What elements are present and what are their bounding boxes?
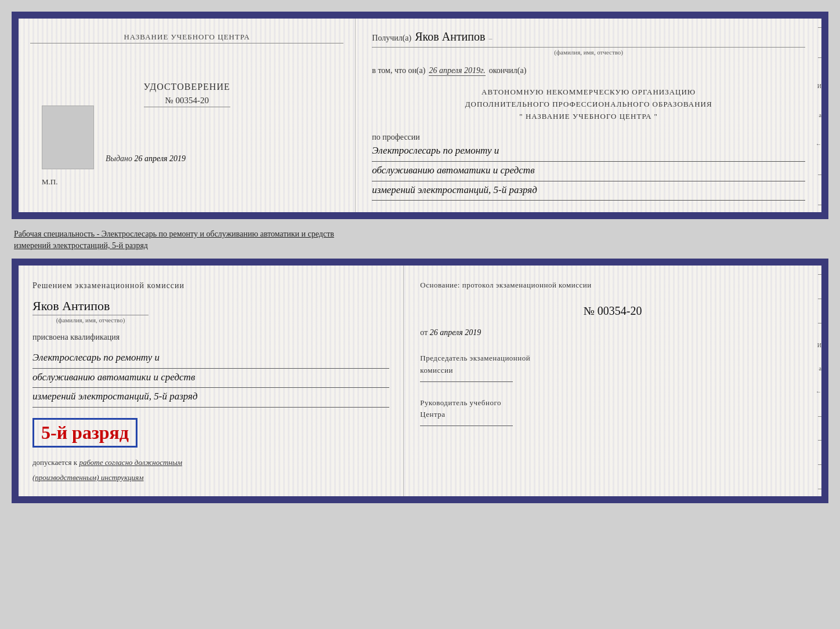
vtom-label: в том, что он(а)	[372, 66, 425, 75]
centr-label: Центра	[420, 409, 805, 421]
vtom-field: в том, что он(а) 26 апреля 2019г. окончи…	[372, 66, 805, 76]
rukovoditel-block: Руководитель учебного Центра	[420, 397, 805, 427]
protocol-date-line: от 26 апреля 2019	[420, 328, 805, 337]
okonchil-label: окончил(а)	[489, 66, 527, 75]
protocol-num: № 00354-20	[420, 304, 805, 318]
rank-bold: 5-й разряд	[32, 418, 137, 448]
qual-block: Электрослесарь по ремонту и обслуживанию…	[32, 349, 389, 408]
rukovoditel-label: Руководитель учебного	[420, 397, 805, 409]
profession-line2: обслуживанию автоматики и средств	[372, 162, 805, 181]
komissia-title: Решением экзаменационной комиссии	[32, 279, 389, 292]
bottom-left-panel: Решением экзаменационной комиссии Яков А…	[19, 266, 404, 496]
poluchil-field: Получил(а) Яков Антипов –	[372, 30, 805, 43]
udostoverenie-title: УДОСТОВЕРЕНИЕ	[144, 82, 230, 92]
separator-text1: Рабочая специальность - Электрослесарь п…	[14, 227, 826, 239]
vydano-date: 26 апреля 2019	[135, 154, 186, 163]
po-professii-label: по профессии	[372, 133, 805, 142]
dopuskaetsya-block: допускается к работе согласно должностны…	[32, 458, 389, 467]
predsedatel-label: Председатель экзаменационной	[420, 352, 805, 365]
org-quote: " НАЗВАНИЕ УЧЕБНОГО ЦЕНТРА "	[372, 111, 805, 123]
qual-line1: Электрослесарь по ремонту и	[32, 349, 389, 369]
dopuskaetsya-text2: (производственным) инструкциям	[32, 473, 389, 482]
top-diploma-card: НАЗВАНИЕ УЧЕБНОГО ЦЕНТРА УДОСТОВЕРЕНИЕ №…	[12, 12, 828, 219]
komissia-label: комиссии	[420, 365, 805, 377]
qual-line3: измерений электростанций, 5-й разряд	[32, 388, 389, 408]
profession-line1: Электрослесарь по ремонту и	[372, 142, 805, 162]
top-center-name: НАЗВАНИЕ УЧЕБНОГО ЦЕНТРА	[30, 32, 343, 43]
profession-line3: измерений электростанций, 5-й разряд	[372, 181, 805, 201]
qual-line2: обслуживанию автоматики и средств	[32, 369, 389, 388]
photo-placeholder	[42, 106, 94, 169]
ot-label: от	[420, 328, 428, 337]
separator-block: Рабочая специальность - Электрослесарь п…	[12, 226, 828, 252]
profession-block: по профессии Электрослесарь по ремонту и…	[372, 133, 805, 201]
mp-label: М.П.	[42, 177, 57, 187]
right-edge-decoration: – – И а ← – –	[811, 19, 821, 212]
prisvoena-label: присвоена квалификация	[32, 333, 389, 342]
org-line1: АВТОНОМНУЮ НЕКОММЕРЧЕСКУЮ ОРГАНИЗАЦИЮ	[372, 86, 805, 99]
udostoverenie-number: № 00354-20	[144, 96, 230, 107]
recipient-name-bottom: Яков Антипов	[32, 299, 389, 314]
ito-text: И	[811, 83, 821, 89]
vydano-label: Выдано	[106, 154, 132, 163]
predsedatel-sign-line	[420, 381, 513, 382]
recipient-name-top: Яков Антипов	[415, 30, 485, 43]
osnovanie-label: Основание: протокол экзаменационной коми…	[420, 279, 805, 292]
fio-label-bottom: (фамилия, имя, отчество)	[32, 315, 149, 323]
separator-text2: измерений электростанций, 5-й разряд	[14, 239, 826, 250]
bottom-right-panel: Основание: протокол экзаменационной коми…	[404, 266, 821, 496]
top-left-panel: НАЗВАНИЕ УЧЕБНОГО ЦЕНТРА УДОСТОВЕРЕНИЕ №…	[19, 19, 356, 212]
rukovoditel-sign-line	[420, 426, 513, 426]
date-text-top: 26 апреля 2019г.	[429, 66, 485, 76]
dopuskaetsya-text: работе согласно должностным	[79, 458, 182, 467]
org-line2: ДОПОЛНИТЕЛЬНОГО ПРОФЕССИОНАЛЬНОГО ОБРАЗО…	[372, 99, 805, 111]
fio-label-top: (фамилия, имя, отчество)	[372, 47, 805, 56]
protocol-date: 26 апреля 2019	[430, 328, 481, 337]
vydano-line: Выдано 26 апреля 2019	[106, 154, 186, 163]
predsedatel-block: Председатель экзаменационной комиссии	[420, 352, 805, 382]
top-right-panel: Получил(а) Яков Антипов – (фамилия, имя,…	[356, 19, 821, 212]
bottom-right-edge-decoration: – – – И а ← – – – –	[811, 266, 821, 496]
bottom-diploma-card: Решением экзаменационной комиссии Яков А…	[12, 259, 828, 503]
dopuskaetsya-label: допускается к	[32, 458, 77, 467]
poluchil-label: Получил(а)	[372, 34, 411, 43]
